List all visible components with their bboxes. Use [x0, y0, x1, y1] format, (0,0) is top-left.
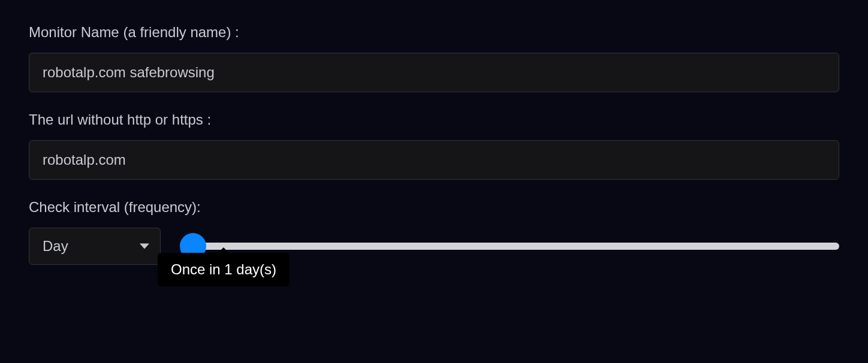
slider-track	[182, 243, 839, 250]
interval-label: Check interval (frequency):	[29, 199, 839, 216]
url-label: The url without http or https :	[29, 111, 839, 128]
monitor-name-input[interactable]	[29, 53, 839, 92]
monitor-name-label: Monitor Name (a friendly name) :	[29, 24, 839, 41]
slider-tooltip: Once in 1 day(s)	[158, 253, 290, 286]
interval-unit-select[interactable]: Day	[29, 228, 161, 265]
url-group: The url without http or https :	[29, 111, 839, 180]
interval-group: Check interval (frequency): Day Once in …	[29, 199, 839, 265]
interval-controls: Day	[29, 228, 839, 265]
interval-unit-value: Day	[43, 238, 68, 255]
caret-down-icon	[140, 244, 149, 249]
interval-slider[interactable]	[182, 243, 839, 250]
monitor-name-group: Monitor Name (a friendly name) :	[29, 24, 839, 92]
url-input[interactable]	[29, 140, 839, 180]
